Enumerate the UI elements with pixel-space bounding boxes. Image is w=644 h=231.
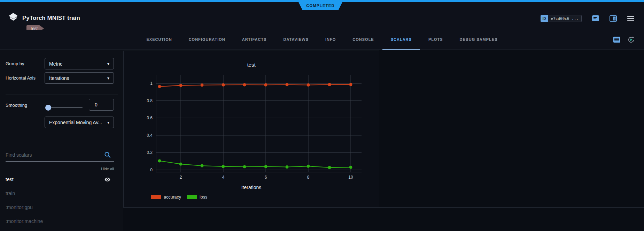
svg-text:10: 10 [348, 175, 353, 180]
chart-legend: accuracyloss [151, 195, 207, 200]
search-icon[interactable] [104, 151, 111, 158]
legend-label: accuracy [164, 195, 181, 200]
status-label: COMPLETED [306, 3, 335, 8]
tab-bar-icons [613, 30, 635, 50]
comments-icon[interactable] [592, 15, 599, 22]
metric-label: train [6, 191, 15, 196]
horizontal-axis-label: Horizontal Axis [6, 75, 36, 81]
tab-console[interactable]: CONSOLE [344, 30, 382, 50]
group-by-value: Metric [49, 61, 62, 67]
legend-swatch [187, 195, 197, 199]
id-value: e7cd60c6 ... [548, 15, 582, 22]
svg-text:0.8: 0.8 [147, 98, 153, 103]
legend-item-loss[interactable]: loss [187, 195, 207, 200]
svg-text:2: 2 [180, 175, 182, 180]
metric-label: :monitor:machine [6, 218, 43, 224]
sidebar-divider [6, 95, 118, 95]
metric-row-monitor-machine[interactable]: :monitor:machine [0, 214, 123, 228]
legend-item-accuracy[interactable]: accuracy [151, 195, 181, 200]
table-view-icon[interactable] [613, 37, 620, 43]
smoothing-value-input[interactable] [89, 99, 114, 110]
svg-text:0.2: 0.2 [147, 150, 153, 155]
svg-text:8: 8 [307, 175, 310, 180]
status-ribbon: COMPLETED [297, 0, 343, 10]
tab-info[interactable]: INFO [317, 30, 344, 50]
chart-xaxis-label: Iterations [124, 185, 379, 190]
row-separator [123, 207, 644, 208]
metric-row-train[interactable]: train [0, 186, 123, 200]
svg-text:0.6: 0.6 [147, 116, 153, 120]
smoothing-method-select[interactable]: Exponential Moving Av... ▾ [45, 117, 114, 128]
group-by-select[interactable]: Metric ▾ [45, 58, 114, 69]
svg-text:0.4: 0.4 [147, 133, 153, 138]
smoothing-value-box [89, 99, 114, 111]
id-chip[interactable]: ID e7cd60c6 ... [541, 15, 582, 22]
id-badge: ID [541, 15, 548, 22]
svg-text:4: 4 [222, 175, 225, 180]
smoothing-label: Smoothing [6, 103, 27, 108]
hide-all-button[interactable]: Hide all [101, 167, 114, 171]
header-actions: ID e7cd60c6 ... [541, 15, 634, 22]
chart-card: test 00.20.40.60.81246810 Iterations acc… [123, 51, 379, 207]
metric-label: test [6, 177, 14, 182]
legend-swatch [151, 195, 161, 199]
scalars-sidebar: Group by Metric ▾ Horizontal Axis Iterat… [0, 50, 123, 231]
auto-refresh-icon[interactable] [627, 36, 635, 44]
find-scalars-row [6, 148, 114, 162]
svg-text:0: 0 [150, 167, 153, 172]
tab-dataviews[interactable]: DATAVIEWS [275, 30, 317, 50]
svg-text:6: 6 [265, 175, 267, 180]
metric-row-test[interactable]: test [0, 172, 123, 186]
tab-configuration[interactable]: CONFIGURATION [180, 30, 234, 50]
slider-knob[interactable] [45, 105, 51, 111]
horizontal-axis-value: Iterations [49, 75, 69, 81]
scalar-plot[interactable]: 00.20.40.60.81246810 [124, 75, 379, 181]
svg-text:1: 1 [150, 81, 153, 86]
smoothing-slider[interactable] [45, 104, 83, 111]
tab-bar-tabs: EXECUTIONCONFIGURATIONARTIFACTSDATAVIEWS… [138, 30, 506, 50]
tab-execution[interactable]: EXECUTION [138, 30, 180, 50]
tab-debug-samples[interactable]: DEBUG SAMPLES [451, 30, 506, 50]
chevron-down-icon: ▾ [104, 120, 109, 125]
horizontal-axis-select[interactable]: Iterations ▾ [45, 72, 114, 84]
metric-list: testtrain:monitor:gpu:monitor:machine [0, 172, 123, 228]
menu-icon[interactable] [627, 16, 634, 21]
experiment-type-icon [8, 13, 18, 23]
find-scalars-input[interactable] [6, 152, 104, 158]
tab-plots[interactable]: PLOTS [420, 30, 451, 50]
side-panel-icon[interactable] [610, 15, 617, 22]
eye-icon[interactable] [104, 177, 110, 182]
chevron-down-icon: ▾ [104, 76, 109, 81]
scalars-content: test 00.20.40.60.81246810 Iterations acc… [124, 50, 644, 231]
metric-label: :monitor:gpu [6, 204, 33, 210]
tab-scalars[interactable]: SCALARS [382, 30, 420, 50]
tab-bar: EXECUTIONCONFIGURATIONARTIFACTSDATAVIEWS… [0, 30, 644, 50]
smoothing-method-value: Exponential Moving Av... [49, 120, 102, 125]
chevron-down-icon: ▾ [104, 61, 109, 66]
experiment-title: PyTorch MNIST train [22, 15, 80, 22]
metric-row-monitor-gpu[interactable]: :monitor:gpu [0, 200, 123, 214]
group-by-label: Group by [6, 61, 24, 66]
legend-label: loss [200, 195, 207, 200]
chart-title: test [124, 62, 379, 68]
tab-artifacts[interactable]: ARTIFACTS [234, 30, 275, 50]
